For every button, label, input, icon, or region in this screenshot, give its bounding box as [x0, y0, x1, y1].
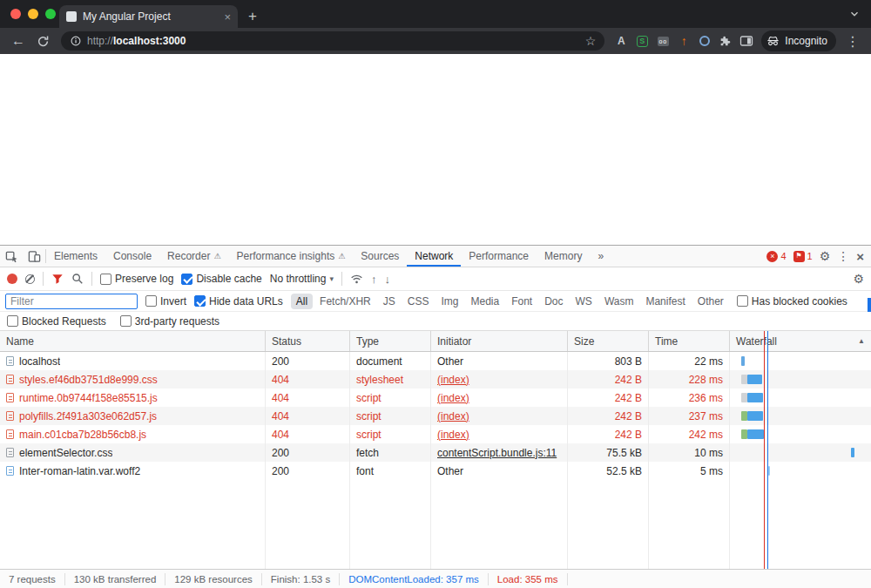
tab-network[interactable]: Network: [407, 246, 461, 267]
column-header-waterfall[interactable]: Waterfall ▲: [730, 331, 871, 351]
browser-menu-kebab-icon[interactable]: ⋮: [841, 30, 864, 52]
column-header-type[interactable]: Type: [350, 331, 431, 351]
chip-all[interactable]: All: [291, 294, 313, 309]
checkbox-unchecked[interactable]: [100, 274, 111, 285]
table-row[interactable]: elementSelector.css200fetchcontentScript…: [0, 443, 871, 462]
device-toolbar-icon[interactable]: [23, 246, 45, 267]
inspect-element-icon[interactable]: [0, 246, 23, 267]
waterfall-cell: [730, 443, 871, 462]
throttling-select[interactable]: No throttling ▾: [270, 273, 334, 285]
column-header-time[interactable]: Time: [649, 331, 730, 351]
chip-media[interactable]: Media: [465, 294, 504, 309]
tab-close-icon[interactable]: ×: [224, 11, 231, 23]
checkbox-checked[interactable]: [194, 295, 206, 307]
has-blocked-cookies-checkbox[interactable]: Has blocked cookies: [737, 295, 847, 308]
disable-cache-checkbox[interactable]: Disable cache: [181, 273, 261, 285]
extension-upload-arrow-icon[interactable]: ↑: [674, 30, 693, 51]
extension-ring-icon[interactable]: [695, 30, 714, 51]
table-row[interactable]: Inter-roman-latin.var.woff2200fontOther5…: [0, 462, 871, 480]
window-minimize-button[interactable]: [28, 9, 38, 19]
tab-performance[interactable]: Performance: [461, 246, 537, 267]
tab-memory[interactable]: Memory: [537, 246, 590, 267]
chip-wasm[interactable]: Wasm: [599, 294, 639, 309]
name-cell: runtime.0b9744f158e85515.js: [0, 389, 266, 407]
checkbox-unchecked[interactable]: [7, 315, 18, 327]
url-bar[interactable]: http://localhost:3000 ☆: [61, 31, 604, 51]
checkbox-unchecked[interactable]: [737, 295, 748, 307]
issues-badge[interactable]: ⚑ 1: [793, 251, 813, 262]
column-header-size[interactable]: Size: [568, 331, 649, 351]
chip-css[interactable]: CSS: [402, 294, 435, 309]
chip-fetch-xhr[interactable]: Fetch/XHR: [314, 294, 376, 309]
initiator-link[interactable]: contentScript.bundle.js:11: [437, 447, 557, 459]
tab-console[interactable]: Console: [105, 246, 159, 267]
table-row[interactable]: styles.ef46db3751d8e999.css404stylesheet…: [0, 370, 871, 389]
bookmark-star-icon[interactable]: ☆: [585, 34, 597, 48]
clear-network-log-icon[interactable]: [25, 274, 35, 284]
page-info-icon[interactable]: [70, 35, 82, 47]
chip-manifest[interactable]: Manifest: [640, 294, 690, 309]
devtools-menu-kebab-icon[interactable]: ⋮: [837, 250, 849, 262]
window-close-button[interactable]: [10, 9, 21, 19]
invert-checkbox[interactable]: Invert: [145, 295, 186, 308]
import-har-icon[interactable]: ↑: [371, 273, 377, 286]
filter-funnel-icon[interactable]: [51, 273, 64, 285]
extension-a-icon[interactable]: A: [611, 30, 631, 51]
checkbox-unchecked[interactable]: [145, 295, 157, 307]
time-cell: 237 ms: [649, 407, 730, 425]
new-tab-button[interactable]: +: [241, 5, 264, 28]
preserve-log-checkbox[interactable]: Preserve log: [100, 273, 173, 285]
extension-capture-icon[interactable]: oo: [653, 30, 672, 51]
incognito-badge[interactable]: Incognito: [761, 30, 836, 51]
chip-doc[interactable]: Doc: [539, 294, 568, 309]
chip-font[interactable]: Font: [506, 294, 537, 309]
time-cell: 236 ms: [649, 389, 730, 407]
browser-tab[interactable]: My Angular Project ×: [59, 5, 238, 28]
side-panel-icon[interactable]: [737, 30, 756, 51]
chip-ws[interactable]: WS: [571, 294, 598, 309]
search-icon[interactable]: [71, 273, 84, 285]
chip-other[interactable]: Other: [692, 294, 729, 309]
chip-js[interactable]: JS: [378, 294, 401, 309]
blocked-requests-checkbox[interactable]: Blocked Requests: [7, 315, 106, 328]
column-header-initiator[interactable]: Initiator: [431, 331, 568, 351]
tab-performance-insights[interactable]: Performance insights⚠: [229, 246, 354, 267]
third-party-requests-checkbox[interactable]: 3rd-party requests: [120, 315, 219, 328]
network-conditions-icon[interactable]: [350, 273, 363, 286]
initiator-link[interactable]: (index): [437, 410, 469, 422]
hide-data-urls-checkbox[interactable]: Hide data URLs: [194, 295, 283, 308]
devtools-settings-gear-icon[interactable]: ⚙: [820, 250, 831, 262]
devtools-close-icon[interactable]: ×: [856, 250, 864, 263]
initiator-link[interactable]: (index): [437, 429, 469, 441]
filter-input[interactable]: [5, 294, 138, 309]
table-row[interactable]: localhost200documentOther803 B22 ms: [0, 352, 871, 370]
chip-img[interactable]: Img: [436, 294, 463, 309]
export-har-icon[interactable]: ↓: [384, 273, 390, 286]
tab-recorder[interactable]: Recorder⚠: [159, 246, 228, 267]
initiator-link[interactable]: (index): [437, 392, 469, 404]
table-row[interactable]: polyfills.2f491a303e062d57.js404script(i…: [0, 407, 871, 425]
reload-icon[interactable]: [31, 30, 54, 52]
table-row[interactable]: main.c01cba7b28b56cb8.js404script(index)…: [0, 425, 871, 443]
tab-search-chevron-icon[interactable]: [848, 8, 861, 20]
checkbox-checked[interactable]: [181, 274, 192, 285]
more-tabs-icon[interactable]: »: [590, 246, 611, 267]
window-zoom-button[interactable]: [45, 9, 56, 19]
console-errors-badge[interactable]: × 4: [766, 251, 786, 262]
initiator-cell: Other: [431, 352, 568, 370]
initiator-link[interactable]: (index): [437, 374, 469, 386]
tab-elements[interactable]: Elements: [46, 246, 105, 267]
tab-sources[interactable]: Sources: [353, 246, 407, 267]
devtools-tabbar-right: × 4 ⚑ 1 ⚙ ⋮ ×: [766, 246, 871, 267]
network-summary-bar: 7 requests 130 kB transferred 129 kB res…: [0, 569, 871, 588]
checkbox-unchecked[interactable]: [120, 315, 132, 327]
column-header-name[interactable]: Name: [0, 331, 266, 351]
scrollbar-thumb[interactable]: [868, 298, 871, 312]
extension-s-icon[interactable]: S: [632, 30, 652, 51]
network-settings-gear-icon[interactable]: ⚙: [853, 273, 864, 285]
puzzle-extensions-icon[interactable]: [716, 30, 735, 51]
back-icon[interactable]: ←: [7, 30, 30, 52]
record-network-log-button[interactable]: [7, 274, 17, 284]
table-row[interactable]: runtime.0b9744f158e85515.js404script(ind…: [0, 389, 871, 407]
column-header-status[interactable]: Status: [266, 331, 350, 351]
